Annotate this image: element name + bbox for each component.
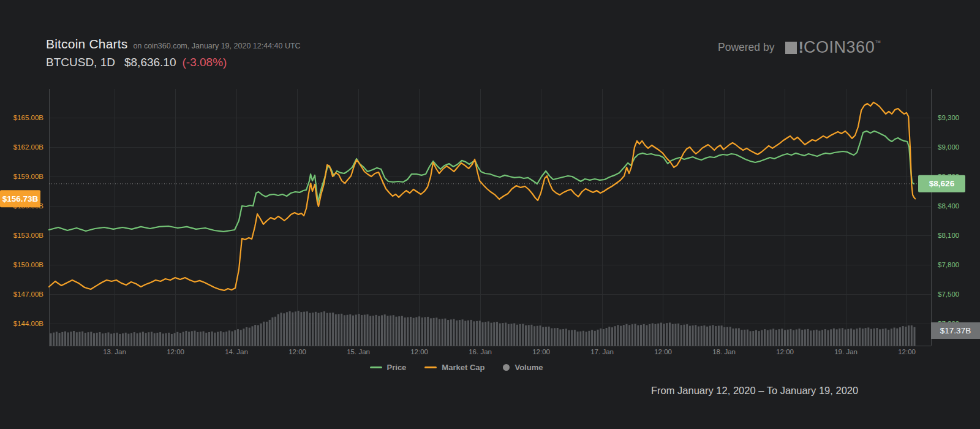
coin360-chart-widget: Bitcoin Charts on coin360.com, January 1…: [0, 0, 980, 429]
volume-bar: [338, 314, 340, 346]
volume-bar: [183, 332, 184, 346]
volume-bar: [559, 329, 561, 346]
volume-bar: [571, 330, 573, 346]
volume-bar: [827, 330, 829, 346]
price-line: [49, 131, 914, 232]
volume-bar: [545, 327, 547, 346]
volume-bar: [586, 332, 587, 346]
volume-bar: [554, 328, 556, 346]
volume-bar: [865, 328, 867, 346]
volume-bar: [168, 333, 170, 346]
volume-bar: [813, 330, 815, 346]
volume-bar: [283, 313, 285, 346]
volume-bar: [424, 317, 426, 346]
volume-bar: [470, 320, 472, 346]
volume-bar: [407, 317, 409, 346]
volume-bar: [479, 321, 481, 346]
volume-bar: [793, 330, 794, 346]
volume-bar: [102, 333, 104, 346]
legend-item-price[interactable]: Price: [370, 363, 407, 372]
volume-bar: [197, 332, 198, 346]
mcap-axis-tick-label: $159.00B: [13, 173, 44, 180]
volume-bar: [631, 324, 633, 346]
legend-item-market-cap[interactable]: Market Cap: [424, 363, 484, 372]
volume-bar: [821, 330, 823, 346]
volume-bar: [899, 327, 901, 346]
volume-bar: [790, 329, 791, 346]
volume-bar: [462, 319, 464, 346]
volume-bar: [577, 332, 579, 346]
volume-bar: [269, 320, 271, 346]
volume-bar: [617, 325, 619, 346]
volume-bar: [484, 322, 486, 346]
volume-bar: [914, 327, 916, 346]
volume-bar: [179, 333, 181, 346]
volume-bar: [358, 314, 360, 346]
volume-bar: [372, 316, 374, 346]
volume-bar: [818, 331, 820, 346]
volume-bar: [666, 323, 668, 346]
volume-bar: [565, 328, 567, 346]
volume-bar: [96, 333, 98, 346]
volume-bar: [606, 328, 608, 346]
volume-bar: [750, 331, 752, 346]
volume-bar: [721, 325, 723, 346]
volume-bar: [225, 332, 227, 346]
volume-bar: [810, 330, 812, 346]
volume-bar: [770, 330, 772, 346]
volume-bar: [73, 331, 75, 346]
volume-bar: [709, 326, 711, 346]
volume-bar: [649, 324, 650, 346]
volume-bar: [271, 317, 273, 346]
volume-bar: [453, 319, 455, 346]
volume-bar: [459, 320, 461, 346]
volume-bar: [156, 333, 158, 346]
volume-bar: [482, 322, 484, 346]
volume-bar: [185, 331, 187, 346]
volume-bar: [911, 325, 913, 346]
volume-bar: [220, 331, 222, 346]
volume-bar: [778, 329, 780, 346]
volume-bar: [427, 317, 429, 346]
volume-bar: [281, 313, 282, 346]
volume-bar: [686, 324, 688, 346]
volume-bar: [243, 328, 244, 346]
volume-bar: [755, 330, 757, 346]
volume-bar: [888, 330, 889, 346]
volume-bar: [381, 315, 383, 346]
volume-bar: [738, 328, 740, 346]
volume-bar: [295, 311, 296, 346]
volume-bar: [870, 329, 872, 346]
legend-item-volume[interactable]: Volume: [503, 363, 543, 372]
x-axis-tick-label: 15. Jan: [347, 348, 370, 355]
volume-bar: [306, 311, 308, 346]
volume-bar: [277, 314, 279, 346]
volume-bar: [701, 326, 703, 346]
volume-bar: [626, 324, 628, 346]
volume-bar: [162, 333, 164, 346]
volume-bar: [352, 316, 354, 346]
volume-bar: [614, 326, 616, 346]
volume-bar: [718, 325, 720, 346]
volume-bar: [401, 316, 403, 346]
volume-bar: [375, 315, 377, 346]
price-axis-tick-label: $9,000: [938, 143, 959, 151]
volume-bar: [249, 328, 251, 346]
volume-bar: [116, 333, 118, 346]
volume-bar: [902, 326, 904, 346]
volume-bar: [600, 328, 601, 346]
volume-bar: [603, 329, 605, 346]
volume-bar: [176, 332, 178, 346]
volume-bar: [562, 329, 564, 346]
volume-bar: [439, 319, 440, 346]
volume-bar: [430, 318, 432, 346]
volume-bar: [597, 330, 599, 346]
volume-bar: [608, 327, 610, 346]
market-cap-line-swatch-icon: [424, 366, 437, 368]
volume-bar: [410, 317, 412, 346]
volume-bar: [824, 329, 826, 346]
volume-bar: [758, 331, 760, 346]
volume-bar: [620, 326, 622, 346]
volume-bar: [845, 330, 846, 346]
volume-bar: [148, 332, 149, 346]
